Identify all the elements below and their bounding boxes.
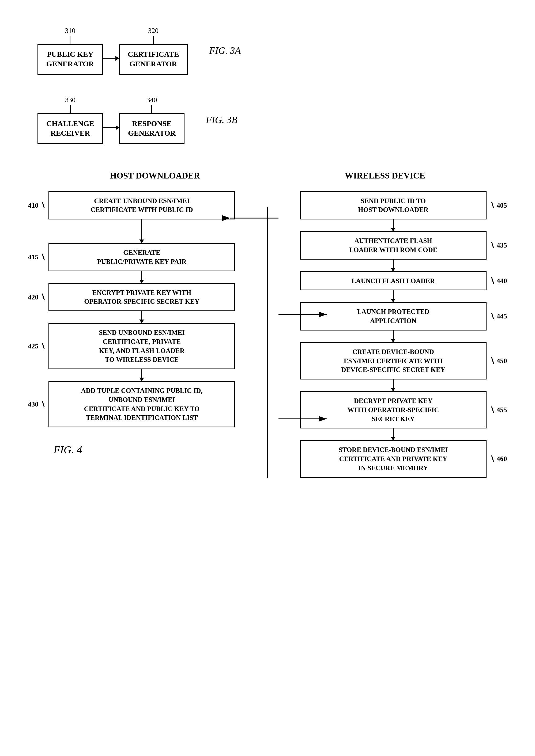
- fig3b-boxes: 330 CHALLENGERECEIVER 340 RESPONSEGENERA…: [38, 96, 184, 144]
- arrow-down-445: [393, 331, 394, 342]
- flow-block-425: 425 ∖ SEND UNBOUND ESN/IMEICERTIFICATE, …: [32, 323, 251, 369]
- box-public-key-gen: PUBLIC KEYGENERATOR: [38, 44, 103, 75]
- arrow-405-head: [391, 228, 396, 231]
- fig3a-section: 310 PUBLIC KEYGENERATOR 320 CERTIFICATEG…: [38, 27, 514, 75]
- arrow-down-420: [141, 311, 142, 323]
- page: 310 PUBLIC KEYGENERATOR 320 CERTIFICATEG…: [0, 0, 535, 756]
- box-415: 415 ∖ GENERATEPUBLIC/PRIVATE KEY PAIR: [48, 243, 235, 271]
- fig3b-label: FIG. 3B: [206, 114, 238, 125]
- ref-320: 320: [148, 27, 158, 35]
- box-435: ∖ 435 AUTHENTICATE FLASHLOADER WITH ROM …: [300, 231, 486, 259]
- ref-block-340: 340 RESPONSEGENERATOR: [119, 96, 184, 144]
- left-col-header: HOST DOWNLOADER: [110, 171, 200, 181]
- box-420: 420 ∖ ENCRYPT PRIVATE KEY WITHOPERATOR-S…: [48, 283, 235, 311]
- box-response-gen: RESPONSEGENERATOR: [119, 113, 184, 144]
- ref-label-455: ∖ 455: [490, 405, 507, 415]
- fig4-header: HOST DOWNLOADER WIRELESS DEVICE: [21, 171, 514, 181]
- arrow-3b: [103, 127, 119, 128]
- fig3b-section: 330 CHALLENGERECEIVER 340 RESPONSEGENERA…: [38, 96, 514, 144]
- ref-label-450: ∖ 450: [490, 356, 507, 366]
- flow-block-455: ∖ 455 DECRYPT PRIVATE KEYWITH OPERATOR-S…: [284, 391, 503, 428]
- fig4-body: 410 ∖ CREATE UNBOUND ESN/IMEICERTIFICATE…: [21, 186, 514, 478]
- box-455: ∖ 455 DECRYPT PRIVATE KEYWITH OPERATOR-S…: [300, 391, 486, 428]
- arrow-405-down: [393, 219, 394, 231]
- box-445: ∖ 445 LAUNCH PROTECTEDAPPLICATION: [300, 302, 486, 331]
- arrow-down-425: [141, 369, 142, 381]
- arrow-down-435: [393, 259, 394, 271]
- ref-label-425: 425 ∖: [28, 341, 45, 351]
- box-405: ∖ 405 SEND PUBLIC ID TOHOST DOWNLOADER: [300, 191, 486, 220]
- fig3a-boxes: 310 PUBLIC KEYGENERATOR 320 CERTIFICATEG…: [38, 27, 188, 75]
- arrow-down-415: [141, 271, 142, 283]
- ref-label-430: 430 ∖: [28, 399, 45, 409]
- box-425: 425 ∖ SEND UNBOUND ESN/IMEICERTIFICATE, …: [48, 323, 235, 369]
- fig4-columns: 410 ∖ CREATE UNBOUND ESN/IMEICERTIFICATE…: [21, 186, 514, 478]
- box-430: 430 ∖ ADD TUPLE CONTAINING PUBLIC ID,UNB…: [48, 381, 235, 427]
- arrow-3a: [103, 58, 119, 59]
- flow-block-460: ∖ 460 STORE DEVICE-BOUND ESN/IMEICERTIFI…: [284, 440, 503, 477]
- box-440: ∖ 440 LAUNCH FLASH LOADER: [300, 271, 486, 291]
- tick-340: [151, 105, 152, 113]
- down-arrow-410: [141, 219, 142, 231]
- ref-label-405: ∖ 405: [490, 200, 507, 210]
- ref-label-435: ∖ 435: [490, 240, 507, 251]
- ref-block-320: 320 CERTIFICATEGENERATOR: [119, 27, 188, 75]
- ref-block-310: 310 PUBLIC KEYGENERATOR: [38, 27, 103, 75]
- flow-block-450: ∖ 450 CREATE DEVICE-BOUNDESN/IMEI CERTIF…: [284, 342, 503, 379]
- arrow-down-410: [141, 231, 142, 243]
- arrow-down-440: [393, 290, 394, 302]
- ref-310: 310: [65, 27, 75, 35]
- right-column: ∖ 405 SEND PUBLIC ID TOHOST DOWNLOADER: [268, 186, 503, 478]
- ref-340: 340: [147, 96, 157, 104]
- tick-320: [153, 36, 154, 44]
- box-460: ∖ 460 STORE DEVICE-BOUND ESN/IMEICERTIFI…: [300, 440, 486, 477]
- flow-block-440: ∖ 440 LAUNCH FLASH LOADER: [284, 271, 503, 291]
- box-cert-gen: CERTIFICATEGENERATOR: [119, 44, 188, 75]
- tick-310: [70, 36, 70, 44]
- ref-label-420: 420 ∖: [28, 292, 45, 302]
- arrow-down-450: [393, 379, 394, 391]
- flow-block-415: 415 ∖ GENERATEPUBLIC/PRIVATE KEY PAIR: [32, 243, 251, 271]
- flow-block-445: ∖ 445 LAUNCH PROTECTEDAPPLICATION: [284, 302, 503, 331]
- ref-label-410: 410 ∖: [28, 200, 45, 210]
- flow-block-430: 430 ∖ ADD TUPLE CONTAINING PUBLIC ID,UNB…: [32, 381, 251, 427]
- left-column: 410 ∖ CREATE UNBOUND ESN/IMEICERTIFICATE…: [32, 186, 268, 478]
- ref-330: 330: [65, 96, 75, 104]
- flow-block-420: 420 ∖ ENCRYPT PRIVATE KEY WITHOPERATOR-S…: [32, 283, 251, 311]
- flow-block-410: 410 ∖ CREATE UNBOUND ESN/IMEICERTIFICATE…: [32, 191, 251, 220]
- ref-label-460: ∖ 460: [490, 454, 507, 464]
- flow-block-405: ∖ 405 SEND PUBLIC ID TOHOST DOWNLOADER: [284, 191, 503, 220]
- cross-arrow-405-410: [48, 219, 235, 231]
- ref-label-440: ∖ 440: [490, 276, 507, 286]
- fig4-label: FIG. 4: [54, 444, 82, 456]
- fig4-section: HOST DOWNLOADER WIRELESS DEVICE 410 ∖ CR…: [21, 171, 514, 478]
- box-410: 410 ∖ CREATE UNBOUND ESN/IMEICERTIFICATE…: [48, 191, 235, 220]
- ref-label-415: 415 ∖: [28, 252, 45, 262]
- box-challenge-receiver: CHALLENGERECEIVER: [38, 113, 103, 144]
- right-col-header: WIRELESS DEVICE: [345, 171, 425, 181]
- tick-330: [70, 105, 71, 113]
- flow-block-435: ∖ 435 AUTHENTICATE FLASHLOADER WITH ROM …: [284, 231, 503, 259]
- ref-block-330: 330 CHALLENGERECEIVER: [38, 96, 103, 144]
- fig3a-label: FIG. 3A: [209, 45, 241, 56]
- arrow-down-455: [393, 428, 394, 440]
- ref-label-445: ∖ 445: [490, 311, 507, 321]
- box-450: ∖ 450 CREATE DEVICE-BOUNDESN/IMEI CERTIF…: [300, 342, 486, 379]
